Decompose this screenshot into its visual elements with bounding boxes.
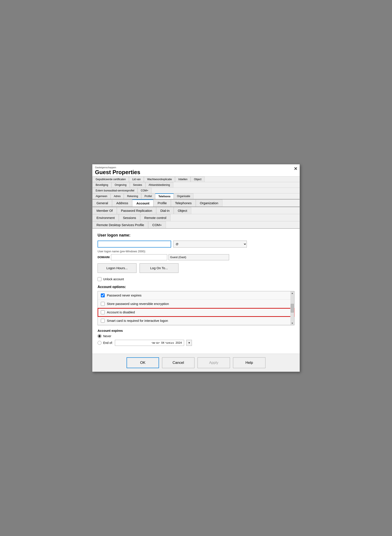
scroll-thumb[interactable] <box>291 304 294 313</box>
options-scrollbar[interactable]: ▲ ▼ <box>290 291 294 325</box>
tab-omgeving[interactable]: Omgeving <box>112 182 130 188</box>
apply-button[interactable]: Apply <box>197 357 230 368</box>
tab-telephones[interactable]: Telephones <box>171 199 196 207</box>
ok-button[interactable]: OK <box>126 357 159 368</box>
logon-name-section-title: User logon name: <box>98 233 294 237</box>
pre-win2000-label: User logon name (pre-Windows 2000): <box>98 250 294 253</box>
account-options-title: Account options: <box>98 285 294 289</box>
account-options-list: Password never expires Store password us… <box>98 291 294 325</box>
tab-organization[interactable]: Organization <box>196 199 222 207</box>
endof-label: End of: <box>103 341 113 345</box>
option-label-account-disabled: Account is disabled <box>107 310 135 314</box>
tab-address[interactable]: Address <box>112 199 132 207</box>
window-large-title: Guest Properties <box>95 169 297 176</box>
dutch-tab-row1: Gepubliceerde certificaten Lid van Wacht… <box>92 176 300 182</box>
scroll-down-arrow[interactable]: ▼ <box>290 321 294 325</box>
tab-wachtwoordreplicatie[interactable]: Wachtwoordreplicatie <box>144 176 175 182</box>
tab-environment[interactable]: Environment <box>92 214 119 221</box>
option-password-never-expires: Password never expires <box>98 291 294 300</box>
tab-adres[interactable]: Adres <box>111 193 124 199</box>
expires-title: Account expires <box>98 329 294 332</box>
tab-sessies[interactable]: Sessies <box>130 182 145 188</box>
tab-password-replication[interactable]: Password Replication <box>117 207 156 214</box>
unlock-checkbox-label[interactable]: Unlock account <box>98 277 124 281</box>
unlock-label: Unlock account <box>103 277 124 281</box>
tab-afstandsbediening[interactable]: Afstandsbediening <box>145 182 173 188</box>
option-store-password: Store password using reversible encrypti… <box>98 300 294 308</box>
logon-name-input[interactable] <box>98 241 171 247</box>
tab-beveiliging[interactable]: Beveiliging <box>92 182 112 188</box>
english-main-tabs: General Address Account Profile Telephon… <box>92 199 300 207</box>
pre-win2000-row: DOMAIN\ <box>98 254 294 260</box>
dialog-body: User logon name: @ User logon name (pre-… <box>92 229 300 354</box>
unlock-row: Unlock account <box>98 277 294 281</box>
logon-hours-button[interactable]: Logon Hours... <box>98 263 136 273</box>
logon-name-row: @ <box>98 241 294 247</box>
checkbox-smart-card[interactable] <box>101 319 105 323</box>
checkbox-account-disabled[interactable] <box>101 310 105 314</box>
checkbox-password-never-expires[interactable] <box>101 294 105 297</box>
dutch-tab-row3: Extern bureaublad-servicesprofiel COM+ <box>92 188 300 193</box>
option-account-disabled: Account is disabled <box>98 308 294 317</box>
tab-com-plus[interactable]: COM+ <box>148 221 166 228</box>
tab-organisatie[interactable]: Organisatie <box>174 193 193 199</box>
tab-account[interactable]: Account <box>132 199 153 207</box>
bottom-button-row: OK Cancel Apply Help <box>92 354 300 372</box>
tab-com-nl[interactable]: COM+ <box>138 188 152 193</box>
endof-radio[interactable] <box>98 341 102 345</box>
tab-dial-in[interactable]: Dial-in <box>156 207 174 214</box>
tab-algemeen[interactable]: Algemeen <box>92 193 111 199</box>
dutch-tab-row2: Beveiliging Omgeving Sessies Afstandsbed… <box>92 182 300 188</box>
tab-general[interactable]: General <box>92 199 112 207</box>
tab-extern[interactable]: Extern bureaublad-servicesprofiel <box>92 188 138 193</box>
tab-rekening[interactable]: Rekening <box>124 193 141 199</box>
date-picker-button[interactable]: ▼ <box>186 340 192 346</box>
endof-row: End of: 2024 נובמבר 04 יום שני ▼ <box>98 340 294 346</box>
secondary-tabs: Member Of Password Replication Dial-in O… <box>92 207 300 214</box>
never-radio-label[interactable]: Never <box>98 334 294 338</box>
title-bar: Gasteigenschappen Guest Properties ✕ <box>92 164 300 176</box>
pre-win2000-domain: DOMAIN\ <box>98 256 110 259</box>
date-input[interactable]: 2024 נובמבר 04 יום שני <box>115 340 184 346</box>
rdp-tabs: Remote Desktop Services Profile COM+ <box>92 221 300 229</box>
never-radio[interactable] <box>98 334 102 338</box>
unlock-checkbox[interactable] <box>98 277 102 281</box>
tab-lid-van[interactable]: Lid van <box>129 176 144 182</box>
endof-radio-label[interactable]: End of: <box>98 341 113 345</box>
logon-buttons-row: Logon Hours... Log On To... <box>98 263 294 273</box>
tab-member-of[interactable]: Member Of <box>92 207 117 214</box>
domain-select[interactable]: @ <box>173 241 247 247</box>
pre-win2000-name[interactable] <box>168 254 229 260</box>
tab-rdp-profile[interactable]: Remote Desktop Services Profile <box>92 221 148 228</box>
cancel-button[interactable]: Cancel <box>162 357 195 368</box>
help-button[interactable]: Help <box>233 357 266 368</box>
tab-profile[interactable]: Profile <box>153 199 171 207</box>
option-smart-card: Smart card is required for interactive l… <box>98 317 294 325</box>
pre-win2000-input[interactable] <box>111 254 167 260</box>
option-label-password-never-expires: Password never expires <box>107 294 141 297</box>
tab-remote-control[interactable]: Remote control <box>140 214 170 221</box>
tab-object-nl[interactable]: Object <box>191 176 205 182</box>
tab-inbellen[interactable]: Inbellen <box>175 176 191 182</box>
option-label-store-password: Store password using reversible encrypti… <box>107 302 169 306</box>
tab-profiel-nl[interactable]: Profiel <box>141 193 155 199</box>
account-expires-section: Account expires Never End of: 2024 נובמב… <box>98 329 294 346</box>
dutch-main-tabs: Algemeen Adres Rekening Profiel Telefoon… <box>92 193 300 199</box>
log-on-to-button[interactable]: Log On To... <box>140 263 178 273</box>
window-small-title: Gasteigenschappen <box>95 166 297 169</box>
tab-sessions[interactable]: Sessions <box>119 214 140 221</box>
option-label-smart-card: Smart card is required for interactive l… <box>107 319 168 323</box>
tab-object-en[interactable]: Object <box>174 207 191 214</box>
checkbox-store-password[interactable] <box>101 302 105 306</box>
tab-telefoons[interactable]: Telefoons <box>155 193 174 199</box>
tabs-area: Gepubliceerde certificaten Lid van Wacht… <box>92 176 300 229</box>
never-label: Never <box>103 334 111 338</box>
tab-gepubliceerde[interactable]: Gepubliceerde certificaten <box>92 176 129 182</box>
scroll-up-arrow[interactable]: ▲ <box>290 291 294 295</box>
tertiary-tabs: Environment Sessions Remote control <box>92 214 300 221</box>
close-button[interactable]: ✕ <box>294 166 298 171</box>
